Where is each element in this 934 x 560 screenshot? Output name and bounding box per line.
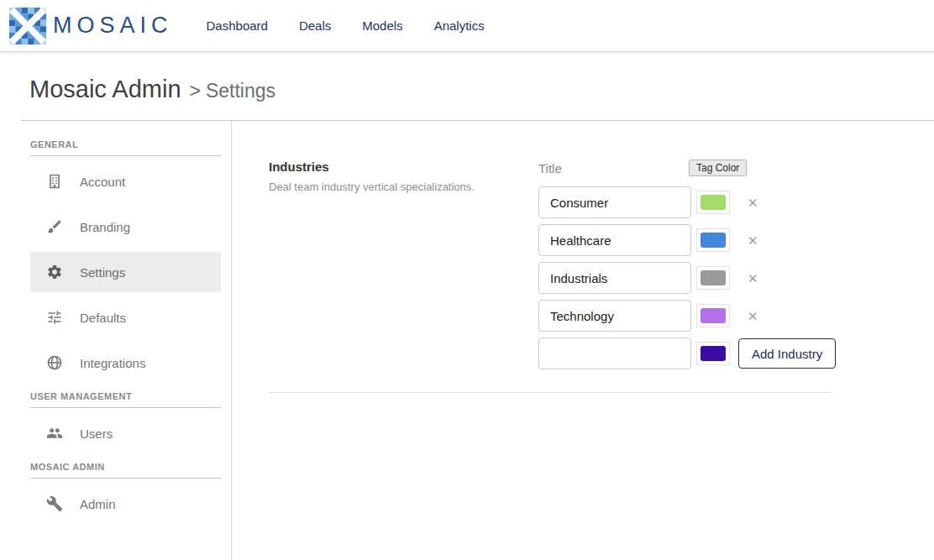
sidebar-item-branding[interactable]: Branding (30, 207, 221, 247)
section-description: Deal team industry vertical specializati… (269, 181, 538, 193)
delete-industry-icon[interactable]: ✕ (748, 196, 758, 209)
industry-row: ✕ (538, 262, 836, 294)
top-navbar: MOSAIC DashboardDealsModelsAnalytics (0, 0, 934, 52)
new-industry-title-input[interactable] (538, 338, 691, 369)
sidebar-item-users[interactable]: Users (30, 413, 221, 453)
sidebar-item-label: Admin (80, 497, 116, 511)
mosaic-logo-icon (8, 8, 47, 44)
sidebar-item-admin[interactable]: Admin (30, 484, 221, 524)
page-subtitle: Settings (206, 80, 275, 102)
main-content: Industries Deal team industry vertical s… (232, 121, 934, 560)
nav-link-deals[interactable]: Deals (299, 18, 331, 33)
globe-icon (46, 354, 63, 371)
industries-list: ✕✕✕✕Add Industry (538, 186, 836, 369)
sidebar-item-integrations[interactable]: Integrations (30, 343, 221, 383)
sidebar-item-defaults[interactable]: Defaults (30, 297, 221, 338)
brand-name: MOSAIC (53, 13, 173, 39)
section-divider (269, 392, 832, 393)
nav-link-models[interactable]: Models (362, 18, 402, 33)
sidebar-item-settings[interactable]: Settings (30, 252, 221, 292)
breadcrumb-separator: > (190, 80, 201, 102)
tools-icon (46, 495, 63, 512)
industry-row: ✕ (538, 186, 836, 218)
sidebar-section-header: MOSAIC ADMIN (30, 462, 221, 479)
sidebar-item-account[interactable]: Account (30, 161, 221, 201)
sidebar-item-label: Integrations (80, 356, 145, 370)
tag-color-chip (700, 270, 726, 285)
page-title: Mosaic Admin (29, 76, 181, 102)
nav-link-dashboard[interactable]: Dashboard (207, 18, 268, 33)
tag-color-chip (700, 195, 726, 210)
tag-color-column-header: Tag Color (689, 160, 747, 176)
industry-row: ✕ (538, 300, 836, 332)
brush-icon (46, 218, 63, 235)
brand-logo[interactable]: MOSAIC (8, 8, 173, 44)
new-industry-row: Add Industry (538, 338, 836, 369)
delete-industry-icon[interactable]: ✕ (748, 234, 758, 247)
industry-title-input[interactable] (538, 224, 691, 256)
tag-color-chip (700, 346, 726, 361)
tag-color-swatch[interactable] (696, 304, 730, 327)
nav-link-analytics[interactable]: Analytics (434, 18, 485, 33)
industry-title-input[interactable] (538, 262, 691, 294)
delete-industry-icon[interactable]: ✕ (748, 310, 758, 322)
tag-color-chip (700, 233, 726, 248)
industry-row: ✕ (538, 224, 836, 256)
tune-icon (46, 309, 63, 326)
sidebar-section-header: GENERAL (30, 139, 221, 156)
section-title: Industries (269, 160, 538, 174)
sidebar: GENERALAccountBrandingSettingsDefaultsIn… (0, 121, 232, 560)
tag-color-swatch[interactable] (696, 266, 730, 290)
tag-color-swatch[interactable] (696, 228, 730, 252)
sidebar-item-label: Users (80, 427, 113, 441)
add-industry-button[interactable]: Add Industry (738, 338, 836, 369)
nav-links: DashboardDealsModelsAnalytics (207, 18, 485, 33)
delete-industry-icon[interactable]: ✕ (748, 272, 758, 285)
sidebar-item-label: Account (80, 175, 125, 189)
page-header: Mosaic Admin>Settings (0, 52, 934, 120)
building-icon (46, 173, 63, 190)
tag-color-chip (700, 308, 726, 323)
sidebar-item-label: Defaults (80, 311, 126, 325)
sidebar-item-label: Branding (80, 220, 130, 234)
title-column-header: Title (538, 161, 689, 175)
sidebar-item-label: Settings (80, 265, 125, 280)
users-icon (46, 425, 63, 442)
industry-title-input[interactable] (538, 300, 691, 332)
tag-color-swatch[interactable] (696, 342, 730, 365)
gear-icon (46, 264, 63, 280)
sidebar-section-header: USER MANAGEMENT (30, 391, 221, 408)
tag-color-swatch[interactable] (696, 191, 730, 214)
industry-title-input[interactable] (538, 186, 691, 218)
